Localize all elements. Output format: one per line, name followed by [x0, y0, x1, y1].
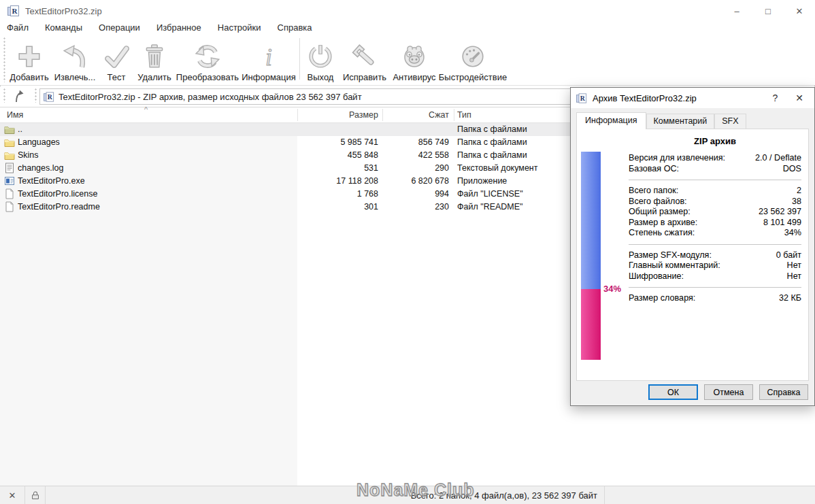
column-header-name[interactable]: Имя: [7, 110, 23, 120]
info-label: Всего файлов:: [629, 197, 687, 207]
cancel-button[interactable]: Отмена: [704, 384, 753, 400]
compression-bar-unpacked: [581, 152, 601, 289]
info-separator: [629, 180, 801, 180]
info-label: Главный комментарий:: [629, 261, 720, 271]
archive-info-column: ZIP архив Версия для извлечения: 2.0 / D…: [629, 132, 801, 304]
archive-type-heading: ZIP архив: [629, 136, 801, 146]
info-value: Нет: [787, 271, 801, 282]
toolbar-gripper[interactable]: [3, 37, 6, 82]
info-row: Всего файлов: 38: [629, 197, 801, 207]
header-separator: [382, 109, 383, 121]
svg-text:R: R: [12, 7, 18, 15]
info-row: Шифрование: Нет: [629, 271, 801, 282]
up-arrow-icon: [12, 89, 27, 104]
info-row: Общий размер: 23 562 397: [629, 207, 801, 218]
delete-button[interactable]: Удалить: [133, 34, 176, 85]
add-icon: [16, 41, 42, 72]
text-document-icon: [4, 163, 15, 173]
tab-sfx[interactable]: SFX: [714, 114, 746, 129]
menu-file[interactable]: Файл: [0, 22, 37, 34]
repair-icon: [352, 41, 378, 72]
folder-icon: [4, 150, 15, 161]
maximize-button[interactable]: □: [752, 0, 784, 22]
dialog-buttons: ОК Отмена Справка: [648, 384, 808, 400]
info-separator: [629, 244, 801, 245]
info-label: Размер SFX-модуля:: [629, 250, 712, 261]
up-one-level-button[interactable]: [10, 88, 30, 105]
add-button[interactable]: Добавить: [8, 34, 50, 85]
lock-cell[interactable]: [24, 486, 45, 504]
folder-up-icon: [4, 124, 15, 135]
info-label: Размер словаря:: [629, 293, 695, 304]
close-button[interactable]: ✕: [784, 0, 815, 22]
menu-help[interactable]: Справка: [269, 22, 320, 34]
column-header-type[interactable]: Тип: [457, 110, 471, 120]
repair-button[interactable]: Исправить: [339, 34, 390, 85]
convert-button[interactable]: Преобразовать: [176, 34, 239, 85]
test-button[interactable]: Тест: [99, 34, 133, 85]
info-label: Базовая ОС:: [629, 164, 679, 175]
info-value: DOS: [783, 164, 801, 175]
header-separator: [297, 109, 298, 121]
menu-settings[interactable]: Настройки: [210, 22, 269, 34]
info-label: Общий размер:: [629, 207, 691, 218]
info-row: Всего папок: 2: [629, 186, 801, 197]
minimize-button[interactable]: –: [721, 0, 752, 22]
window-title: TextEditorPro32.zip: [25, 6, 102, 16]
info-row: Главный комментарий: Нет: [629, 261, 801, 271]
menu-commands[interactable]: Команды: [37, 22, 90, 34]
folder-icon: [4, 137, 15, 148]
compression-bar-packed: [581, 289, 601, 360]
delete-icon: [142, 41, 167, 72]
info-button[interactable]: i Информация: [239, 34, 298, 85]
toolbar-separator: [299, 38, 300, 80]
info-value: 2: [797, 186, 801, 197]
help-button[interactable]: Справка: [759, 384, 808, 400]
benchmark-icon: [460, 41, 486, 72]
info-row: Размер в архиве: 8 101 499: [629, 218, 801, 229]
column-header-packed[interactable]: Сжат: [429, 110, 449, 120]
test-icon: [103, 41, 129, 72]
svg-text:R: R: [48, 93, 53, 101]
info-value: 2.0 / Deflate: [755, 153, 801, 164]
combo-gripper[interactable]: [34, 88, 37, 103]
info-value: 34%: [784, 228, 801, 239]
tab-comment[interactable]: Комментарий: [646, 114, 715, 129]
antivirus-button[interactable]: Антивирус: [390, 34, 439, 85]
file-icon: [4, 201, 15, 212]
statusbar-spacer: [604, 486, 815, 504]
info-label: Версия для извлечения:: [629, 153, 725, 164]
toolbar: Добавить Извлечь... Тест: [0, 34, 815, 86]
svg-text:i: i: [265, 44, 272, 69]
menu-operations[interactable]: Операции: [90, 22, 148, 34]
menu-favorites[interactable]: Избранное: [148, 22, 210, 34]
header-separator: [454, 109, 454, 121]
watermark: NoNaMe Club: [356, 480, 475, 500]
dialog-close-button[interactable]: ✕: [795, 93, 803, 103]
info-label: Степень сжатия:: [629, 228, 695, 239]
addressbar-gripper[interactable]: [3, 88, 6, 103]
column-header-size[interactable]: Размер: [349, 110, 378, 120]
extract-button[interactable]: Извлечь...: [50, 34, 99, 85]
exit-button[interactable]: Выход: [301, 34, 339, 85]
benchmark-button[interactable]: Быстродействие: [439, 34, 507, 85]
antivirus-icon: [401, 41, 428, 72]
clear-selection-cell[interactable]: ✕: [0, 486, 24, 504]
info-separator: [629, 287, 801, 288]
convert-icon: [195, 41, 220, 72]
totals-cell: Всего: 2 папок, 4 файл(а,ов), 23 562 397…: [45, 486, 604, 504]
tab-information[interactable]: Информация: [576, 112, 646, 129]
file-icon: [4, 188, 15, 199]
winrar-app-icon: R: [7, 5, 20, 16]
menubar: Файл Команды Операции Избранное Настройк…: [0, 22, 815, 34]
dialog-titlebar: R Архив TextEditorPro32.zip ? ✕: [571, 88, 814, 108]
dialog-tabs: Информация Комментарий SFX: [576, 114, 746, 129]
info-label: Шифрование:: [629, 271, 684, 282]
info-label: Всего папок:: [629, 186, 678, 197]
application-icon: [4, 175, 15, 186]
dialog-archive-icon: R: [576, 93, 587, 103]
dialog-help-button[interactable]: ?: [772, 93, 778, 103]
compression-percent-label: 34%: [603, 284, 621, 294]
ok-button[interactable]: ОК: [648, 384, 698, 400]
info-value: 23 562 397: [759, 207, 801, 218]
